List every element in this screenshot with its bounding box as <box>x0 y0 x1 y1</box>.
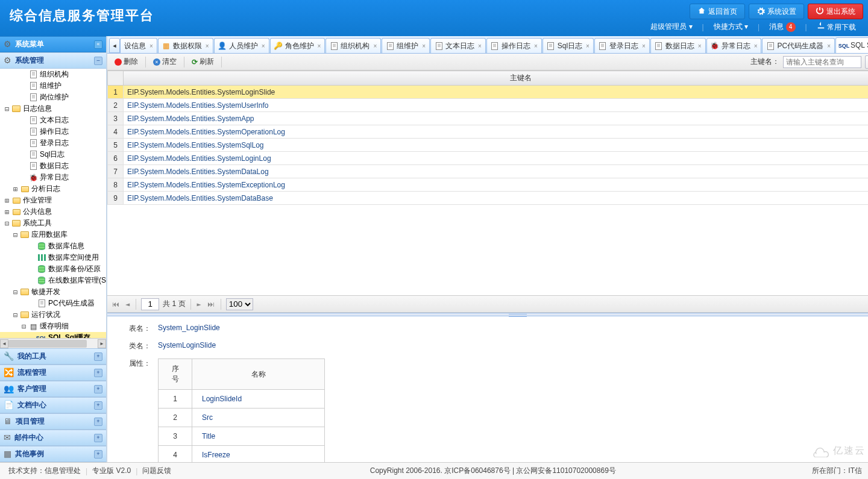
messages-link[interactable]: 消息 4 <box>769 22 795 32</box>
shortcut-link[interactable]: 快捷方式 ▾ <box>714 22 748 32</box>
close-icon[interactable]: × <box>262 43 265 49</box>
tab-sql-cache[interactable]: SQLSQL Sql缓存× <box>835 37 868 53</box>
table-row[interactable]: 5EIP.System.Models.Entities.SystemSqlLog <box>108 139 869 152</box>
close-icon[interactable]: × <box>827 43 831 49</box>
tree-node-db-backup[interactable]: 数据库备份/还原 <box>0 263 106 275</box>
close-icon[interactable]: × <box>478 43 482 49</box>
admin-link[interactable]: 超级管理员 ▾ <box>650 22 692 32</box>
tree-node-sql-log[interactable]: Sql日志 <box>0 149 106 160</box>
tree-node-run-status[interactable]: ⊟运行状况 <box>0 309 106 321</box>
tab-group-maint[interactable]: 组维护× <box>382 38 430 53</box>
acc-other-cases[interactable]: ▦其他事例+ <box>0 446 106 462</box>
version[interactable]: 专业版 V2.0 <box>92 466 131 476</box>
tree-node-pc-codegen[interactable]: PC代码生成器 <box>0 298 106 309</box>
tree-node-data-log[interactable]: 数据日志 <box>0 160 106 172</box>
close-icon[interactable]: × <box>422 43 426 49</box>
refresh-button[interactable]: ⟳刷新 <box>188 55 218 68</box>
expand-icon[interactable]: + <box>94 369 102 377</box>
home-button[interactable]: 返回首页 <box>690 4 745 19</box>
tree-node-group-maint[interactable]: 组维护 <box>0 80 106 92</box>
table-row[interactable]: 8EIP.System.Models.Entities.SystemExcept… <box>108 178 869 192</box>
close-icon[interactable]: × <box>642 43 646 49</box>
page-input[interactable] <box>141 298 159 310</box>
tree-node-db-space[interactable]: 数据库空间使用 <box>0 252 106 263</box>
tree-node-public-info[interactable]: ⊞公共信息 <box>0 206 106 218</box>
tree-node-db-online[interactable]: 在线数据库管理(S <box>0 275 106 286</box>
feedback[interactable]: 问题反馈 <box>142 466 171 476</box>
tree-node-agile-dev[interactable]: ⊟敏捷开发 <box>0 286 106 298</box>
collapse-icon[interactable]: – <box>94 57 102 65</box>
tab-login-log[interactable]: 登录日志× <box>594 38 650 53</box>
last-page-icon[interactable]: ⏭ <box>206 300 216 308</box>
tree-node-text-log[interactable]: 文本日志 <box>0 114 106 126</box>
close-icon[interactable]: × <box>754 43 758 49</box>
table-row[interactable]: 2EIP.System.Models.Entities.SystemUserIn… <box>108 99 869 112</box>
tree-node-op-log[interactable]: 操作日志 <box>0 126 106 137</box>
close-icon[interactable]: × <box>698 43 702 49</box>
hscroll-thumb[interactable] <box>8 340 87 348</box>
key-search-input[interactable] <box>783 56 861 68</box>
tree-node-job-mgmt[interactable]: ⊞作业管理 <box>0 195 106 206</box>
first-page-icon[interactable]: ⏮ <box>111 300 121 308</box>
tab-scroll-left[interactable]: ◄ <box>109 38 120 53</box>
tree-node-log-root[interactable]: ⊟日志信息 <box>0 103 106 114</box>
next-page-icon[interactable]: ► <box>196 300 203 308</box>
expand-icon[interactable]: + <box>94 385 102 393</box>
sidebar-collapse-icon[interactable]: « <box>94 40 102 49</box>
prev-page-icon[interactable]: ◄ <box>124 300 131 308</box>
close-icon[interactable]: × <box>206 43 209 49</box>
close-icon[interactable]: × <box>318 43 321 49</box>
table-row[interactable]: 9EIP.System.Models.Entities.SystemDataBa… <box>108 192 869 205</box>
tab-sql-log[interactable]: Sql日志× <box>542 38 594 53</box>
tab-op-log[interactable]: 操作日志× <box>486 38 542 53</box>
tree-node-db-info[interactable]: 数据库信息 <box>0 240 106 252</box>
tree-node-app-db[interactable]: ⊟应用数据库 <box>0 229 106 240</box>
tab-pc-codegen[interactable]: PC代码生成器× <box>762 38 835 53</box>
tab-org[interactable]: 组织机构× <box>326 38 381 53</box>
tree-node-post-maint[interactable]: 岗位维护 <box>0 92 106 103</box>
tab-data-log[interactable]: 数据日志× <box>650 38 706 53</box>
table-row[interactable]: 7EIP.System.Models.Entities.SystemDataLo… <box>108 165 869 178</box>
acc-docs[interactable]: 📄文档中心+ <box>0 397 106 413</box>
clear-button[interactable]: ×清空 <box>149 55 180 68</box>
tab-text-log[interactable]: 文本日志× <box>430 38 486 53</box>
close-icon[interactable]: × <box>586 43 590 49</box>
page-size-select[interactable]: 100 <box>226 298 253 310</box>
tree-node-exception-log[interactable]: 🐞异常日志 <box>0 172 106 183</box>
acc-mail[interactable]: ✉邮件中心+ <box>0 430 106 446</box>
tab-role-maint[interactable]: 🔑角色维护× <box>270 38 326 53</box>
acc-project[interactable]: 🖥项目管理+ <box>0 413 106 430</box>
tree-node-login-log[interactable]: 登录日志 <box>0 137 106 149</box>
scroll-left-icon[interactable]: ◄ <box>0 339 8 348</box>
scroll-right-icon[interactable]: ► <box>98 339 106 348</box>
tree-node-analysis-log[interactable]: ⊞分析日志 <box>0 183 106 195</box>
tree-node-cache-detail[interactable]: ⊟▤缓存明细 <box>0 321 106 332</box>
keyname-header[interactable]: 主键名 <box>124 71 869 86</box>
tab-person-maint[interactable]: 👤人员维护× <box>214 38 269 53</box>
expand-icon[interactable]: + <box>94 352 102 361</box>
expand-icon[interactable]: + <box>94 401 102 410</box>
system-menu-header[interactable]: ⚙ 系统菜单 « <box>0 36 106 52</box>
close-icon[interactable]: × <box>149 43 153 49</box>
acc-my-tools[interactable]: 🔧我的工具+ <box>0 348 106 365</box>
search-button[interactable]: 搜索 <box>865 55 868 69</box>
tree-node-sys-tools[interactable]: ⊟系统工具 <box>0 218 106 229</box>
section-system-manage[interactable]: ⚙ 系统管理 – <box>0 52 106 69</box>
close-icon[interactable]: × <box>373 43 377 49</box>
expand-icon[interactable]: + <box>94 450 102 459</box>
tree-node-sql-cache[interactable]: SQLSQL Sql缓存 <box>0 332 106 338</box>
tab-partial[interactable]: 设信息× <box>120 38 157 53</box>
download-link[interactable]: 常用下载 <box>817 21 856 33</box>
settings-button[interactable]: 系统设置 <box>749 4 804 19</box>
expand-icon[interactable]: + <box>94 418 102 426</box>
expand-icon[interactable]: + <box>94 434 102 442</box>
acc-customer[interactable]: 👥客户管理+ <box>0 381 106 397</box>
table-row[interactable]: 1EIP.System.Models.Entities.SystemLoginS… <box>108 86 869 99</box>
table-row[interactable]: 4EIP.System.Models.Entities.SystemOperat… <box>108 125 869 139</box>
table-row[interactable]: 3EIP.System.Models.Entities.SystemApp <box>108 112 869 125</box>
sidebar-hscroll[interactable]: ◄ ► <box>0 338 106 348</box>
tab-exception-log[interactable]: 🐞异常日志× <box>706 38 762 53</box>
logout-button[interactable]: 退出系统 <box>808 4 863 19</box>
close-icon[interactable]: × <box>534 43 538 49</box>
delete-button[interactable]: 删除 <box>111 55 142 68</box>
